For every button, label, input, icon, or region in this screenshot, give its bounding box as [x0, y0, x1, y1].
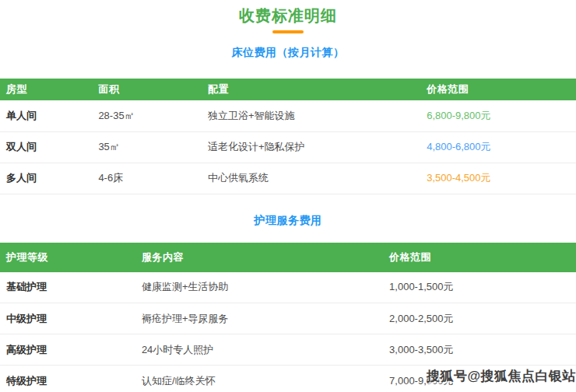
column-header-care-level: 护理等级	[0, 243, 135, 272]
care-level-cell: 特级护理	[0, 366, 135, 392]
bed-table-row: 双人间 35㎡ 适老化设计+隐私保护 4,800-6,800元	[0, 131, 576, 163]
service-cell: 健康监测+生活协助	[135, 272, 383, 303]
column-header-area: 面积	[92, 79, 202, 100]
room-type-cell: 多人间	[0, 163, 92, 194]
sohu-watermark: 搜狐号@搜狐焦点白银站	[427, 367, 576, 385]
room-type-cell: 单人间	[0, 100, 92, 131]
bed-fee-section-title: 床位费用（按月计算）	[0, 45, 576, 59]
column-header-service-content: 服务内容	[135, 243, 383, 272]
config-cell: 独立卫浴+智能设施	[202, 100, 420, 131]
header-row: 护理等级 服务内容 价格范围	[0, 243, 576, 272]
service-cell: 褥疮护理+导尿服务	[135, 303, 383, 334]
area-cell: 4-6床	[92, 163, 202, 194]
care-level-cell: 高级护理	[0, 334, 135, 366]
care-table-row: 基础护理 健康监测+生活协助 1,000-1,500元	[0, 272, 576, 303]
bed-table-row: 单人间 28-35㎡ 独立卫浴+智能设施 6,800-9,800元	[0, 100, 576, 131]
area-cell: 35㎡	[92, 131, 202, 163]
service-cell: 认知症/临终关怀	[135, 366, 383, 392]
config-cell: 中心供氧系统	[202, 163, 420, 194]
price-cell: 2,000-2,500元	[383, 303, 576, 334]
price-cell: 3,500-4,500元	[420, 163, 576, 194]
page-title: 收费标准明细	[0, 6, 576, 25]
price-cell: 6,800-9,800元	[420, 100, 576, 131]
care-fee-table-header: 护理等级 服务内容 价格范围	[0, 243, 576, 272]
fee-standard-page: 收费标准明细 床位费用（按月计算） 房型 面积 配置 价格范围 单人间 28-3…	[0, 0, 576, 392]
care-level-cell: 中级护理	[0, 303, 135, 334]
column-header-room-type: 房型	[0, 79, 92, 100]
column-header-config: 配置	[202, 79, 420, 100]
care-table-row: 高级护理 24小时专人照护 3,000-3,500元	[0, 334, 576, 366]
title-divider-accent	[272, 30, 304, 33]
price-cell: 3,000-3,500元	[383, 334, 576, 366]
bed-fee-table: 房型 面积 配置 价格范围 单人间 28-35㎡ 独立卫浴+智能设施 6,800…	[0, 79, 576, 194]
column-header-price-range: 价格范围	[420, 79, 576, 100]
bed-table-row: 多人间 4-6床 中心供氧系统 3,500-4,500元	[0, 163, 576, 194]
care-level-cell: 基础护理	[0, 272, 135, 303]
price-cell: 1,000-1,500元	[383, 272, 576, 303]
config-cell: 适老化设计+隐私保护	[202, 131, 420, 163]
column-header-price-range: 价格范围	[383, 243, 576, 272]
service-cell: 24小时专人照护	[135, 334, 383, 366]
room-type-cell: 双人间	[0, 131, 92, 163]
price-cell: 4,800-6,800元	[420, 131, 576, 163]
bed-fee-table-header: 房型 面积 配置 价格范围	[0, 79, 576, 100]
header-row: 房型 面积 配置 价格范围	[0, 79, 576, 100]
care-table-row: 中级护理 褥疮护理+导尿服务 2,000-2,500元	[0, 303, 576, 334]
area-cell: 28-35㎡	[92, 100, 202, 131]
care-fee-section-title: 护理服务费用	[0, 213, 576, 227]
